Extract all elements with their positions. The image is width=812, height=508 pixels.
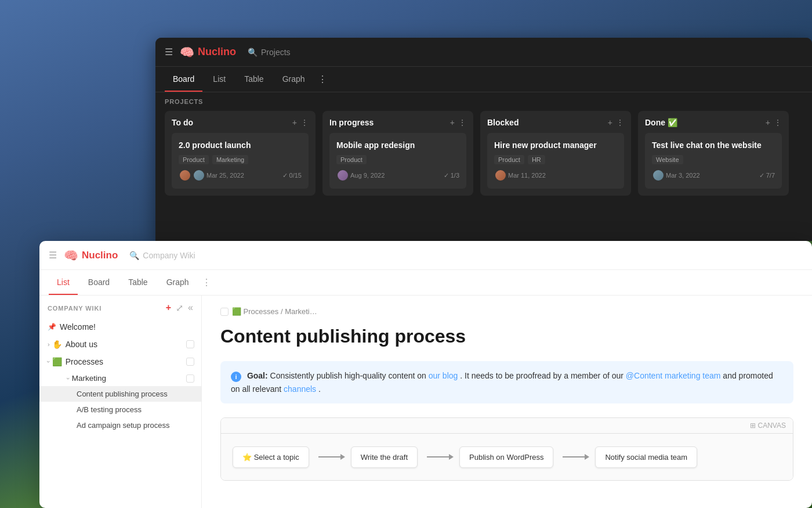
- top-logo-text: Nuclino: [198, 46, 236, 58]
- tab-list[interactable]: List: [205, 67, 234, 92]
- column-menu-icon[interactable]: ⋮: [458, 118, 466, 127]
- column-inprogress-title: In progress: [329, 118, 374, 127]
- bottom-logo-text: Nuclino: [82, 250, 118, 261]
- checklist-count: ✓ 7/7: [759, 172, 775, 179]
- info-link-channels[interactable]: channels: [284, 384, 316, 394]
- sidebar-item-processes[interactable]: › 🟩 Processes: [39, 353, 201, 370]
- tab-board[interactable]: Board: [165, 67, 202, 92]
- info-link-blog[interactable]: our blog: [429, 371, 458, 380]
- card-tags: Product Marketing: [179, 155, 302, 164]
- page-title: Content publishing process: [220, 325, 793, 347]
- tag-hr: HR: [528, 155, 545, 164]
- flow-arrow-2: [427, 456, 450, 457]
- breadcrumb-checkbox[interactable]: [220, 308, 229, 316]
- bottom-logo: 🧠 Nuclino: [64, 248, 118, 262]
- star-icon: ⭐: [242, 453, 254, 462]
- sidebar-item-about-us[interactable]: › ✋ About us: [39, 336, 201, 353]
- add-card-icon[interactable]: +: [608, 118, 612, 127]
- card-footer: Mar 3, 2022 ✓ 7/7: [652, 169, 775, 182]
- content-area: 🟩 Processes / Marketi… Content publishin…: [202, 296, 812, 508]
- card-mobile-redesign[interactable]: Mobile app redesign Product Aug 9, 2022 …: [329, 133, 466, 189]
- column-done-header: Done ✅ + ⋮: [645, 118, 782, 127]
- search-icon: 🔍: [129, 251, 139, 260]
- card-date: Aug 9, 2022: [350, 172, 385, 179]
- info-icon: i: [231, 372, 241, 382]
- sidebar-item-label: Marketing: [72, 374, 106, 383]
- flow-label-1: Select a topic: [254, 453, 299, 462]
- flow-diagram: ⭐ Select a topic Write the draft: [233, 446, 697, 468]
- info-box: i Goal: Consistently publish high-qualit…: [220, 361, 793, 403]
- info-text-2: . It needs to be proofread by a member o…: [460, 371, 626, 380]
- card-live-chat[interactable]: Test live chat on the website Website Ma…: [645, 133, 782, 189]
- expand-arrow-icon: ›: [45, 361, 52, 363]
- column-menu-icon[interactable]: ⋮: [300, 118, 309, 127]
- sidebar-item-marketing[interactable]: › Marketing: [39, 370, 201, 386]
- card-hire-pm[interactable]: Hire new product manager Product HR Mar …: [487, 133, 624, 189]
- select-checkbox[interactable]: [186, 358, 194, 366]
- card-tags: Product HR: [494, 155, 617, 164]
- pin-icon: 📌: [48, 323, 56, 331]
- flow-node-3: Publish on WordPress: [459, 446, 553, 468]
- tab-list[interactable]: List: [49, 270, 78, 295]
- collapse-sidebar-icon[interactable]: «: [188, 302, 193, 314]
- sidebar-item-content-publishing[interactable]: Content publishing process: [39, 386, 201, 402]
- hamburger-icon[interactable]: ☰: [165, 46, 173, 57]
- select-checkbox[interactable]: [186, 340, 194, 348]
- column-blocked-header: Blocked + ⋮: [487, 118, 624, 127]
- column-blocked-title: Blocked: [487, 118, 519, 127]
- card-footer: Mar 11, 2022: [494, 169, 617, 182]
- expand-icon[interactable]: ⤢: [176, 302, 183, 314]
- hamburger-icon[interactable]: ☰: [49, 250, 57, 261]
- more-tabs-icon[interactable]: ⋮: [318, 74, 327, 85]
- checklist-icon: ✓: [444, 172, 449, 179]
- column-todo-title: To do: [172, 118, 193, 127]
- card-date: Mar 3, 2022: [666, 172, 700, 179]
- card-tags: Website: [652, 155, 775, 164]
- tab-board[interactable]: Board: [80, 270, 118, 295]
- sidebar-item-ad-campaign[interactable]: Ad campaign setup process: [39, 417, 201, 433]
- tab-graph[interactable]: Graph: [158, 270, 197, 295]
- card-date: Mar 11, 2022: [508, 172, 546, 179]
- add-page-icon[interactable]: +: [166, 302, 171, 314]
- brain-icon: 🧠: [180, 45, 194, 59]
- tab-table[interactable]: Table: [120, 270, 155, 295]
- projects-window: ☰ 🧠 Nuclino 🔍 Projects Board List Table …: [155, 38, 812, 241]
- tab-graph[interactable]: Graph: [274, 67, 313, 92]
- column-menu-icon[interactable]: ⋮: [616, 118, 624, 127]
- sidebar-actions: + ⤢ «: [166, 302, 193, 314]
- flow-label-4: Notify social media team: [605, 453, 687, 462]
- column-inprogress-actions: + ⋮: [450, 118, 466, 127]
- select-checkbox[interactable]: [186, 374, 194, 383]
- info-suffix: .: [318, 384, 321, 394]
- add-card-icon[interactable]: +: [766, 118, 770, 127]
- bottom-search[interactable]: 🔍 Company Wiki: [129, 251, 195, 260]
- avatar: [494, 169, 507, 182]
- sidebar-item-label: Ad campaign setup process: [77, 421, 169, 430]
- add-card-icon[interactable]: +: [450, 118, 455, 127]
- sidebar-item-ab-testing[interactable]: A/B testing process: [39, 402, 201, 417]
- column-inprogress: In progress + ⋮ Mobile app redesign Prod…: [322, 111, 473, 196]
- sidebar-item-label: Processes: [66, 357, 103, 366]
- bottom-nav: List Board Table Graph ⋮: [39, 270, 812, 296]
- info-link-team[interactable]: @Content marketing team: [626, 371, 721, 380]
- canvas-icon: ⊞: [750, 421, 756, 430]
- column-done: Done ✅ + ⋮ Test live chat on the website…: [638, 111, 789, 196]
- flow-label-2: Write the draft: [361, 453, 408, 462]
- card-title: Hire new product manager: [494, 140, 617, 150]
- sidebar-item-label: A/B testing process: [77, 405, 142, 414]
- top-search-label: Projects: [261, 48, 291, 57]
- column-menu-icon[interactable]: ⋮: [774, 118, 782, 127]
- search-icon: 🔍: [248, 48, 258, 57]
- more-tabs-icon[interactable]: ⋮: [202, 277, 211, 288]
- card-product-launch[interactable]: 2.0 product launch Product Marketing Mar…: [172, 133, 309, 189]
- sidebar: COMPANY WIKI + ⤢ « 📌 Welcome! › ✋ About …: [39, 296, 202, 508]
- top-logo: 🧠 Nuclino: [180, 45, 236, 59]
- add-card-icon[interactable]: +: [292, 118, 297, 127]
- card-title: 2.0 product launch: [179, 140, 302, 150]
- card-tags: Product: [336, 155, 459, 164]
- top-search[interactable]: 🔍 Projects: [248, 48, 291, 57]
- flow-node-1: ⭐ Select a topic: [233, 446, 309, 468]
- bottom-search-label: Company Wiki: [143, 251, 195, 260]
- sidebar-item-welcome[interactable]: 📌 Welcome!: [39, 318, 201, 336]
- tab-table[interactable]: Table: [236, 67, 271, 92]
